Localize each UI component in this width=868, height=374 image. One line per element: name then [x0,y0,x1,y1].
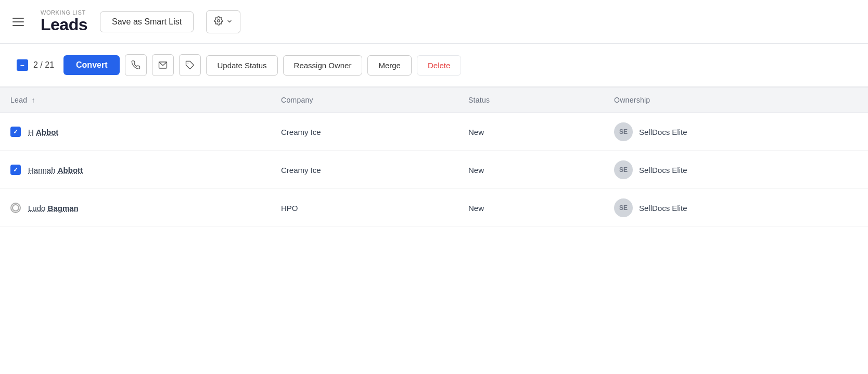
merge-button[interactable]: Merge [367,55,412,76]
hamburger-menu-icon[interactable] [12,18,24,26]
table-row: H AbbotCreamy IceNewSESellDocs Elite [0,113,868,151]
status-cell: New [458,189,604,227]
delete-button[interactable]: Delete [417,55,461,76]
ownership-column-header[interactable]: Ownership [604,88,868,113]
gear-icon [214,16,223,28]
lead-cell: Hannah Abbott [0,151,271,189]
save-smart-list-button[interactable]: Save as Smart List [100,11,194,32]
lead-last-name: Bagman [48,204,79,213]
sort-arrow-icon: ↑ [31,96,35,104]
lead-name[interactable]: Ludo Bagman [28,204,79,213]
selection-count: 2 / 21 [33,60,54,70]
lead-last-name: Abbott [58,166,83,174]
lead-cell: Ludo Bagman [0,189,271,227]
owner-name: SellDocs Elite [639,166,687,174]
page-title: Leads [41,16,87,34]
table-row: Ludo BagmanHPONewSESellDocs Elite [0,189,868,227]
company-cell: HPO [271,189,458,227]
avatar: SE [614,122,633,141]
company-cell: Creamy Ice [271,113,458,151]
lead-last-name: Abbot [36,128,58,136]
company-column-header[interactable]: Company [271,88,458,113]
tag-button[interactable] [179,54,201,76]
email-button[interactable] [152,54,174,76]
svg-point-0 [218,19,220,22]
reassign-owner-button[interactable]: Reassign Owner [283,55,363,76]
deselect-all-button[interactable] [17,59,28,71]
row-uncheck-icon[interactable] [10,203,21,213]
convert-button[interactable]: Convert [63,55,120,75]
company-cell: Creamy Ice [271,151,458,189]
lead-name[interactable]: Hannah Abbott [28,166,83,174]
status-column-header[interactable]: Status [458,88,604,113]
status-cell: New [458,113,604,151]
phone-icon [131,60,141,70]
owner-name: SellDocs Elite [639,128,687,136]
leads-table: Lead ↑ Company Status Ownership H AbbotC… [0,86,868,227]
update-status-button[interactable]: Update Status [206,55,277,76]
lead-first-name: Ludo [28,204,45,213]
row-checkbox[interactable] [10,165,21,175]
lead-first-name: H [28,128,34,136]
gear-settings-button[interactable] [206,10,240,33]
avatar: SE [614,198,633,217]
avatar: SE [614,160,633,179]
toolbar: 2 / 21 Convert Update Status Reassign Ow… [0,44,868,86]
ownership-cell: SESellDocs Elite [604,151,868,189]
chevron-down-icon [226,17,233,27]
table-row: Hannah AbbottCreamy IceNewSESellDocs Eli… [0,151,868,189]
title-block: WORKING LIST Leads [41,9,87,34]
owner-name: SellDocs Elite [639,204,687,213]
tag-icon [185,60,195,70]
ownership-cell: SESellDocs Elite [604,113,868,151]
lead-first-name: Hannah [28,166,56,174]
mail-icon [158,60,168,70]
phone-button[interactable] [125,54,147,76]
header: WORKING LIST Leads Save as Smart List [0,0,868,44]
row-checkbox[interactable] [10,127,21,137]
ownership-cell: SESellDocs Elite [604,189,868,227]
status-cell: New [458,151,604,189]
lead-name[interactable]: H Abbot [28,128,58,136]
lead-column-header[interactable]: Lead ↑ [0,88,271,113]
table-header-row: Lead ↑ Company Status Ownership [0,88,868,113]
lead-cell: H Abbot [0,113,271,151]
